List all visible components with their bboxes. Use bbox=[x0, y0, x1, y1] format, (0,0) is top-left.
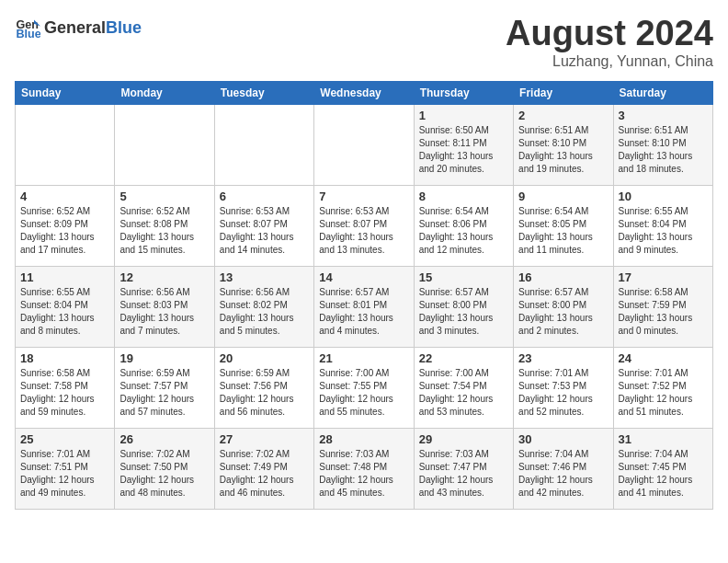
calendar-cell: 7Sunrise: 6:53 AM Sunset: 8:07 PM Daylig… bbox=[314, 185, 414, 266]
calendar-cell: 1Sunrise: 6:50 AM Sunset: 8:11 PM Daylig… bbox=[414, 104, 513, 185]
day-info: Sunrise: 6:51 AM Sunset: 8:10 PM Dayligh… bbox=[518, 124, 608, 176]
day-number: 22 bbox=[419, 351, 508, 365]
day-number: 11 bbox=[20, 270, 109, 284]
calendar-cell: 9Sunrise: 6:54 AM Sunset: 8:05 PM Daylig… bbox=[514, 185, 613, 266]
day-number: 19 bbox=[119, 351, 209, 365]
day-number: 18 bbox=[20, 351, 109, 365]
calendar-cell: 3Sunrise: 6:51 AM Sunset: 8:10 PM Daylig… bbox=[613, 104, 712, 185]
calendar-cell: 18Sunrise: 6:58 AM Sunset: 7:58 PM Dayli… bbox=[16, 347, 115, 428]
day-number: 4 bbox=[20, 190, 109, 203]
day-info: Sunrise: 7:00 AM Sunset: 7:55 PM Dayligh… bbox=[319, 367, 408, 419]
day-number: 27 bbox=[220, 432, 309, 446]
calendar-cell bbox=[314, 104, 414, 185]
logo-text-general: General bbox=[44, 18, 106, 38]
day-number: 3 bbox=[619, 109, 708, 122]
day-info: Sunrise: 6:56 AM Sunset: 8:03 PM Dayligh… bbox=[119, 286, 209, 338]
month-title: August 2024 bbox=[506, 15, 713, 53]
day-info: Sunrise: 6:56 AM Sunset: 8:02 PM Dayligh… bbox=[220, 286, 309, 338]
day-number: 26 bbox=[119, 432, 209, 446]
weekday-header-tuesday: Tuesday bbox=[214, 81, 313, 104]
day-info: Sunrise: 7:01 AM Sunset: 7:52 PM Dayligh… bbox=[619, 367, 708, 419]
day-number: 23 bbox=[518, 351, 608, 365]
location-title: Luzhang, Yunnan, China bbox=[506, 53, 713, 70]
calendar-cell: 16Sunrise: 6:57 AM Sunset: 8:00 PM Dayli… bbox=[514, 266, 613, 347]
day-info: Sunrise: 7:01 AM Sunset: 7:51 PM Dayligh… bbox=[20, 448, 109, 500]
day-number: 31 bbox=[619, 432, 708, 446]
calendar-week-2: 4Sunrise: 6:52 AM Sunset: 8:09 PM Daylig… bbox=[16, 185, 713, 266]
day-number: 7 bbox=[319, 190, 408, 203]
day-info: Sunrise: 6:58 AM Sunset: 7:58 PM Dayligh… bbox=[20, 367, 109, 419]
calendar-cell: 20Sunrise: 6:59 AM Sunset: 7:56 PM Dayli… bbox=[214, 347, 313, 428]
day-number: 1 bbox=[419, 109, 508, 122]
svg-text:Blue: Blue bbox=[16, 28, 40, 40]
day-number: 16 bbox=[518, 270, 608, 284]
weekday-header-friday: Friday bbox=[514, 81, 613, 104]
day-number: 21 bbox=[319, 351, 408, 365]
day-info: Sunrise: 6:52 AM Sunset: 8:08 PM Dayligh… bbox=[119, 205, 209, 257]
logo-text-blue: Blue bbox=[106, 18, 142, 38]
day-info: Sunrise: 6:59 AM Sunset: 7:56 PM Dayligh… bbox=[220, 367, 309, 419]
day-info: Sunrise: 6:57 AM Sunset: 8:01 PM Dayligh… bbox=[319, 286, 408, 338]
day-number: 28 bbox=[319, 432, 408, 446]
day-info: Sunrise: 6:57 AM Sunset: 8:00 PM Dayligh… bbox=[518, 286, 608, 338]
day-info: Sunrise: 6:50 AM Sunset: 8:11 PM Dayligh… bbox=[419, 124, 508, 176]
weekday-header-thursday: Thursday bbox=[414, 81, 513, 104]
calendar-cell: 5Sunrise: 6:52 AM Sunset: 8:08 PM Daylig… bbox=[115, 185, 214, 266]
weekday-header-sunday: Sunday bbox=[16, 81, 115, 104]
day-number: 12 bbox=[119, 270, 209, 284]
calendar-table: SundayMondayTuesdayWednesdayThursdayFrid… bbox=[15, 81, 713, 510]
calendar-cell: 25Sunrise: 7:01 AM Sunset: 7:51 PM Dayli… bbox=[16, 428, 115, 509]
calendar-cell: 27Sunrise: 7:02 AM Sunset: 7:49 PM Dayli… bbox=[214, 428, 313, 509]
calendar-cell: 15Sunrise: 6:57 AM Sunset: 8:00 PM Dayli… bbox=[414, 266, 513, 347]
day-number: 2 bbox=[518, 109, 608, 122]
day-info: Sunrise: 7:02 AM Sunset: 7:49 PM Dayligh… bbox=[220, 448, 309, 500]
day-number: 6 bbox=[220, 190, 309, 203]
day-number: 24 bbox=[619, 351, 708, 365]
calendar-cell: 24Sunrise: 7:01 AM Sunset: 7:52 PM Dayli… bbox=[613, 347, 712, 428]
calendar-cell: 12Sunrise: 6:56 AM Sunset: 8:03 PM Dayli… bbox=[115, 266, 214, 347]
day-number: 17 bbox=[619, 270, 708, 284]
day-info: Sunrise: 6:51 AM Sunset: 8:10 PM Dayligh… bbox=[619, 124, 708, 176]
day-info: Sunrise: 6:58 AM Sunset: 7:59 PM Dayligh… bbox=[619, 286, 708, 338]
day-info: Sunrise: 6:54 AM Sunset: 8:06 PM Dayligh… bbox=[419, 205, 508, 257]
calendar-week-3: 11Sunrise: 6:55 AM Sunset: 8:04 PM Dayli… bbox=[16, 266, 713, 347]
day-number: 13 bbox=[220, 270, 309, 284]
day-number: 25 bbox=[20, 432, 109, 446]
calendar-cell: 21Sunrise: 7:00 AM Sunset: 7:55 PM Dayli… bbox=[314, 347, 414, 428]
day-number: 20 bbox=[220, 351, 309, 365]
day-number: 8 bbox=[419, 190, 508, 203]
day-number: 29 bbox=[419, 432, 508, 446]
day-number: 10 bbox=[619, 190, 708, 203]
calendar-cell: 17Sunrise: 6:58 AM Sunset: 7:59 PM Dayli… bbox=[613, 266, 712, 347]
calendar-cell: 4Sunrise: 6:52 AM Sunset: 8:09 PM Daylig… bbox=[16, 185, 115, 266]
day-info: Sunrise: 6:53 AM Sunset: 8:07 PM Dayligh… bbox=[220, 205, 309, 257]
calendar-cell: 14Sunrise: 6:57 AM Sunset: 8:01 PM Dayli… bbox=[314, 266, 414, 347]
calendar-cell: 22Sunrise: 7:00 AM Sunset: 7:54 PM Dayli… bbox=[414, 347, 513, 428]
title-block: August 2024 Luzhang, Yunnan, China bbox=[506, 15, 713, 70]
day-info: Sunrise: 6:52 AM Sunset: 8:09 PM Dayligh… bbox=[20, 205, 109, 257]
weekday-header-wednesday: Wednesday bbox=[314, 81, 414, 104]
day-number: 9 bbox=[518, 190, 608, 203]
calendar-cell: 11Sunrise: 6:55 AM Sunset: 8:04 PM Dayli… bbox=[16, 266, 115, 347]
calendar-cell: 10Sunrise: 6:55 AM Sunset: 8:04 PM Dayli… bbox=[613, 185, 712, 266]
day-info: Sunrise: 7:00 AM Sunset: 7:54 PM Dayligh… bbox=[419, 367, 508, 419]
calendar-cell: 30Sunrise: 7:04 AM Sunset: 7:46 PM Dayli… bbox=[514, 428, 613, 509]
day-info: Sunrise: 7:02 AM Sunset: 7:50 PM Dayligh… bbox=[119, 448, 209, 500]
calendar-cell bbox=[115, 104, 214, 185]
calendar-week-5: 25Sunrise: 7:01 AM Sunset: 7:51 PM Dayli… bbox=[16, 428, 713, 509]
calendar-cell: 28Sunrise: 7:03 AM Sunset: 7:48 PM Dayli… bbox=[314, 428, 414, 509]
calendar-cell: 31Sunrise: 7:04 AM Sunset: 7:45 PM Dayli… bbox=[613, 428, 712, 509]
logo: Gen Blue GeneralBlue bbox=[15, 15, 142, 40]
calendar-cell: 23Sunrise: 7:01 AM Sunset: 7:53 PM Dayli… bbox=[514, 347, 613, 428]
day-number: 5 bbox=[119, 190, 209, 203]
page-header: Gen Blue GeneralBlue August 2024 Luzhang… bbox=[15, 15, 713, 70]
day-number: 15 bbox=[419, 270, 508, 284]
logo-icon: Gen Blue bbox=[15, 15, 40, 40]
day-number: 30 bbox=[518, 432, 608, 446]
day-info: Sunrise: 6:54 AM Sunset: 8:05 PM Dayligh… bbox=[518, 205, 608, 257]
day-info: Sunrise: 6:53 AM Sunset: 8:07 PM Dayligh… bbox=[319, 205, 408, 257]
day-info: Sunrise: 6:55 AM Sunset: 8:04 PM Dayligh… bbox=[619, 205, 708, 257]
calendar-cell: 29Sunrise: 7:03 AM Sunset: 7:47 PM Dayli… bbox=[414, 428, 513, 509]
weekday-header-row: SundayMondayTuesdayWednesdayThursdayFrid… bbox=[16, 81, 713, 104]
day-info: Sunrise: 7:04 AM Sunset: 7:45 PM Dayligh… bbox=[619, 448, 708, 500]
